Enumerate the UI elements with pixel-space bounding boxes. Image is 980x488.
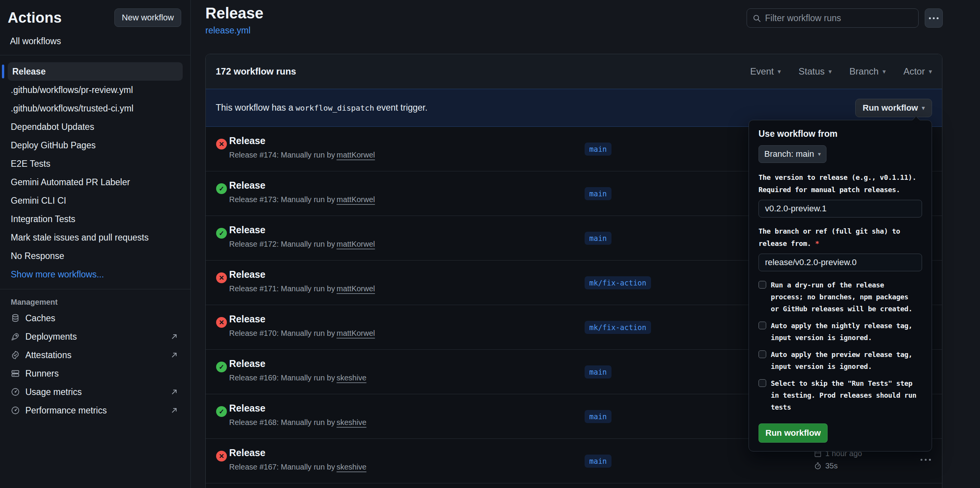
sidebar-management-item[interactable]: Runners bbox=[0, 364, 190, 383]
run-title-link[interactable]: Release bbox=[229, 314, 266, 325]
sidebar-management-item[interactable]: Attestations bbox=[0, 346, 190, 364]
chevron-down-icon: ▾ bbox=[922, 105, 925, 111]
management-item-icon bbox=[11, 387, 20, 397]
management-item-label: Performance metrics bbox=[25, 405, 107, 416]
sidebar-workflow-item[interactable]: Gemini CLI CI bbox=[0, 191, 190, 210]
management-item-icon bbox=[11, 350, 20, 360]
workflow-label: No Response bbox=[11, 251, 64, 261]
checkbox[interactable] bbox=[759, 281, 766, 289]
run-title-link[interactable]: Release bbox=[229, 224, 266, 236]
run-actor-link[interactable]: mattKorwel bbox=[337, 195, 375, 204]
branch-badge[interactable]: main bbox=[585, 455, 611, 468]
required-asterisk: * bbox=[815, 239, 820, 247]
run-actor-link[interactable]: mattKorwel bbox=[337, 329, 375, 337]
branch-badge[interactable]: main bbox=[585, 365, 611, 378]
sidebar-workflow-item[interactable]: Integration Tests bbox=[0, 210, 190, 228]
sidebar-management-item[interactable]: Caches bbox=[0, 309, 190, 327]
filter-dropdown[interactable]: Actor ▾ bbox=[903, 66, 932, 77]
run-title-link[interactable]: Release bbox=[229, 447, 266, 458]
branch-badge[interactable]: mk/fix-action bbox=[585, 321, 651, 334]
run-kebab-button[interactable] bbox=[921, 459, 931, 461]
sidebar-workflow-item[interactable]: No Response bbox=[0, 247, 190, 265]
sidebar-workflow-item[interactable]: .github/workflows/pr-review.yml bbox=[0, 81, 190, 99]
checkbox-label: Select to skip the "Run Tests" step in t… bbox=[771, 377, 919, 413]
checkbox[interactable] bbox=[759, 322, 766, 329]
page-title: Release bbox=[205, 5, 263, 22]
sidebar-workflow-item[interactable]: .github/workflows/trusted-ci.yml bbox=[0, 99, 190, 118]
banner-text: This workflow has aworkflow_dispatcheven… bbox=[216, 103, 428, 113]
checkbox[interactable] bbox=[759, 350, 766, 358]
ref-field-description: The branch or ref (full git sha) to rele… bbox=[759, 225, 922, 250]
actions-sidebar: Actions New workflow All workflows Relea… bbox=[0, 0, 191, 488]
chevron-down-icon: ▾ bbox=[818, 151, 821, 158]
run-workflow-dropdown-button[interactable]: Run workflow ▾ bbox=[855, 99, 932, 117]
external-link-icon bbox=[170, 332, 179, 341]
run-actor-link[interactable]: mattKorwel bbox=[337, 284, 375, 293]
run-title-link[interactable]: Release bbox=[229, 358, 266, 369]
run-status-icon bbox=[216, 183, 227, 194]
workflow-label: E2E Tests bbox=[11, 159, 50, 169]
sidebar-title: Actions bbox=[8, 10, 62, 26]
run-actor-link[interactable]: skeshive bbox=[337, 373, 367, 382]
sidebar-workflow-item[interactable]: E2E Tests bbox=[0, 154, 190, 173]
workflow-label: Release bbox=[12, 66, 46, 77]
show-more-workflows-link[interactable]: Show more workflows... bbox=[0, 265, 190, 284]
workflow-label: Deploy GitHub Pages bbox=[11, 140, 96, 151]
run-status-icon bbox=[216, 228, 227, 239]
run-description: Release #171: Manually run bymattKorwel bbox=[229, 284, 375, 293]
run-description: Release #173: Manually run bymattKorwel bbox=[229, 195, 375, 204]
kebab-dot bbox=[929, 17, 931, 19]
sidebar-management-item[interactable]: Usage metrics bbox=[0, 383, 190, 401]
checkbox-row: Select to skip the "Run Tests" step in t… bbox=[759, 377, 922, 413]
filter-workflow-runs-input[interactable] bbox=[765, 13, 913, 23]
branch-badge[interactable]: main bbox=[585, 143, 611, 156]
branch-badge[interactable]: mk/fix-action bbox=[585, 276, 651, 289]
run-status-icon bbox=[216, 451, 227, 461]
management-item-label: Attestations bbox=[25, 350, 71, 360]
checkbox[interactable] bbox=[759, 379, 766, 387]
branch-selector-button[interactable]: Branch: main ▾ bbox=[759, 145, 826, 163]
search-icon bbox=[752, 14, 761, 23]
sidebar-workflow-item[interactable]: Dependabot Updates bbox=[0, 118, 190, 136]
filter-dropdown[interactable]: Status ▾ bbox=[798, 66, 832, 77]
external-link-icon bbox=[170, 387, 179, 397]
run-description: Release #168: Manually run byskeshive bbox=[229, 418, 367, 427]
branch-badge[interactable]: main bbox=[585, 232, 611, 245]
sidebar-workflow-item[interactable]: Release bbox=[8, 62, 183, 81]
workflow-list: Release .github/workflows/pr-review.yml … bbox=[0, 58, 190, 265]
branch-badge[interactable]: main bbox=[585, 187, 611, 200]
checkbox-label: Auto apply the nightly release tag, inpu… bbox=[771, 320, 919, 344]
management-item-icon bbox=[11, 332, 20, 341]
filter-dropdown[interactable]: Branch ▾ bbox=[849, 66, 886, 77]
run-title-link[interactable]: Release bbox=[229, 403, 266, 414]
external-link-icon bbox=[170, 406, 179, 415]
run-actor-link[interactable]: skeshive bbox=[337, 463, 367, 471]
new-workflow-button[interactable]: New workflow bbox=[114, 8, 181, 27]
popup-checkbox-list: Run a dry-run of the release process; no… bbox=[759, 279, 922, 413]
run-title-link[interactable]: Release bbox=[229, 180, 266, 191]
run-actor-link[interactable]: mattKorwel bbox=[337, 240, 375, 248]
sidebar-management-item[interactable]: Deployments bbox=[0, 327, 190, 346]
workflow-label: Mark stale issues and pull requests bbox=[11, 232, 149, 243]
sidebar-workflow-item[interactable]: Mark stale issues and pull requests bbox=[0, 228, 190, 247]
sidebar-workflow-item[interactable]: Gemini Automated PR Labeler bbox=[0, 173, 190, 191]
run-status-icon bbox=[216, 362, 227, 372]
stopwatch-icon bbox=[814, 462, 822, 470]
run-actor-link[interactable]: skeshive bbox=[337, 418, 367, 427]
sidebar-management-item[interactable]: Performance metrics bbox=[0, 401, 190, 420]
branch-badge[interactable]: main bbox=[585, 410, 611, 423]
run-workflow-submit-button[interactable]: Run workflow bbox=[759, 423, 828, 443]
workflow-options-kebab-button[interactable] bbox=[925, 8, 943, 28]
run-title-link[interactable]: Release bbox=[229, 269, 266, 280]
ref-input[interactable] bbox=[759, 254, 922, 271]
selected-indicator bbox=[2, 65, 4, 78]
checkbox-label: Run a dry-run of the release process; no… bbox=[771, 279, 919, 315]
filter-dropdown[interactable]: Event ▾ bbox=[750, 66, 781, 77]
workflow-file-link[interactable]: release.yml bbox=[205, 25, 251, 36]
run-title-link[interactable]: Release bbox=[229, 135, 266, 146]
run-actor-link[interactable]: mattKorwel bbox=[337, 151, 375, 159]
version-input[interactable] bbox=[759, 200, 922, 217]
sidebar-item-all-workflows[interactable]: All workflows bbox=[0, 32, 190, 52]
workflow-label: Dependabot Updates bbox=[11, 122, 94, 132]
sidebar-workflow-item[interactable]: Deploy GitHub Pages bbox=[0, 136, 190, 154]
